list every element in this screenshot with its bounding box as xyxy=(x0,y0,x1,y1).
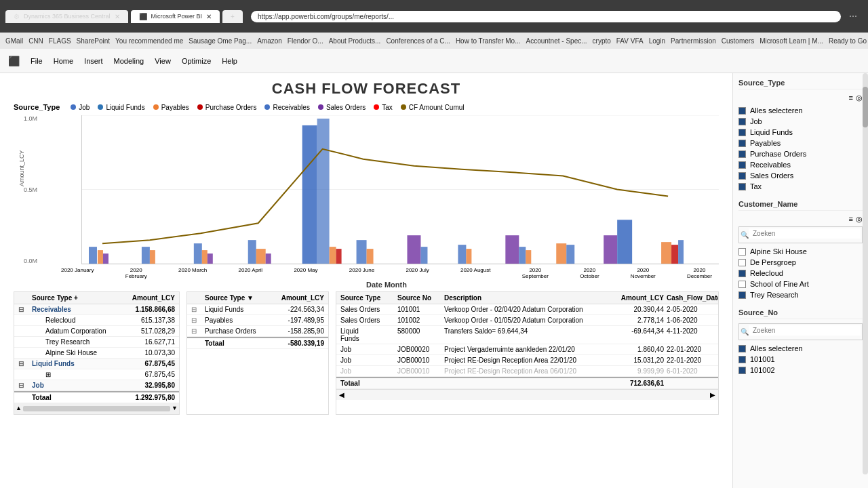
bookmark-ready[interactable]: Ready to Go Online... xyxy=(829,37,868,45)
filter-receivables[interactable]: Receivables xyxy=(738,159,863,170)
detail-row-1[interactable]: Sales Orders 101001 Verkoop Order - 02/0… xyxy=(336,304,718,315)
table1-row-receivables[interactable]: ⊟ Receivables 1.158.866,68 xyxy=(14,304,179,315)
toolbar-optimize[interactable]: Optimize xyxy=(182,57,211,65)
checkbox-tax[interactable] xyxy=(738,183,746,190)
filter-relecloud[interactable]: Relecloud xyxy=(738,268,863,279)
toolbar-insert[interactable]: Insert xyxy=(84,57,103,65)
filter-tax[interactable]: Tax xyxy=(738,181,863,192)
detail-col-date[interactable]: Cash_Flow_Date xyxy=(667,294,714,302)
checkbox-purchase[interactable] xyxy=(738,150,746,158)
detail-row-5[interactable]: Job JOB00010 Project RE-Design Reception… xyxy=(336,355,718,366)
bookmark-sharepoint[interactable]: SharePoint xyxy=(77,37,110,45)
filter-sort-icon[interactable]: ≡ xyxy=(849,94,853,102)
bookmark-conferences[interactable]: Conferences of a C... xyxy=(386,37,450,45)
bookmark-crypto[interactable]: crypto xyxy=(593,37,611,45)
scroll-right-icon[interactable]: ▶ xyxy=(710,391,715,399)
legend-item-purchaseorders[interactable]: Purchase Orders xyxy=(197,104,257,111)
bookmark-amazon[interactable]: Amazon xyxy=(257,37,282,45)
sidebar-scrollbar[interactable] xyxy=(863,73,868,474)
table1-col1-header[interactable] xyxy=(18,294,26,302)
toolbar-view[interactable]: View xyxy=(155,57,171,65)
checkbox-alles-no[interactable] xyxy=(738,345,746,352)
detail-col-amount[interactable]: Amount_LCY xyxy=(610,294,664,302)
bookmark-transfer[interactable]: How to Transfer Mo... xyxy=(456,37,521,45)
checkbox-job[interactable] xyxy=(738,118,746,125)
bookmark-login[interactable]: Login xyxy=(649,37,665,45)
checkbox-school[interactable] xyxy=(738,281,746,288)
detail-scroll-row[interactable]: ◀ ▶ xyxy=(336,389,718,400)
checkbox-alles[interactable] xyxy=(738,107,746,115)
bookmark-accountnet[interactable]: Accountnet - Spec... xyxy=(526,37,587,45)
filter-trey[interactable]: Trey Research xyxy=(738,289,863,300)
table2-row-payables[interactable]: ⊟ Payables -197.489,95 xyxy=(187,315,328,326)
bookmark-flags[interactable]: FLAGS xyxy=(49,37,71,45)
customer-search-input[interactable] xyxy=(749,228,861,239)
chart-container[interactable] xyxy=(81,115,719,264)
detail-col-source[interactable]: Source Type xyxy=(340,294,395,302)
browser-controls[interactable]: ⋯ xyxy=(844,12,863,21)
checkbox-alpine[interactable] xyxy=(738,248,746,256)
tab-powerbi[interactable]: ⬛ Microsoft Power BI ✕ xyxy=(131,10,220,23)
url-bar[interactable]: https://app.powerbi.com/groups/me/report… xyxy=(251,11,841,22)
checkbox-101002[interactable] xyxy=(738,367,746,374)
detail-col-desc[interactable]: Description xyxy=(444,294,607,302)
bookmark-gmail[interactable]: GMail xyxy=(5,37,23,45)
filter-sort-icon2[interactable]: ≡ xyxy=(849,215,853,224)
filter-101001[interactable]: 101001 xyxy=(738,354,863,365)
table2-col1-header[interactable]: Source Type ▼ xyxy=(205,294,258,302)
filter-purchase[interactable]: Purchase Orders xyxy=(738,148,863,159)
tab-new[interactable]: + xyxy=(222,10,243,23)
bookmark-partner[interactable]: Partnermission xyxy=(671,37,716,45)
checkbox-101001[interactable] xyxy=(738,356,746,363)
detail-row-2[interactable]: Sales Orders 101002 Verkoop Order - 01/0… xyxy=(336,315,718,326)
table1-row-liquidfunds[interactable]: ⊟ Liquid Funds 67.875,45 xyxy=(14,359,179,369)
filter-liquid[interactable]: Liquid Funds xyxy=(738,127,863,138)
bookmark-about[interactable]: About Products... xyxy=(329,37,381,45)
filter-payables[interactable]: Payables xyxy=(738,138,863,148)
checkbox-receivables[interactable] xyxy=(738,161,746,169)
checkbox-payables[interactable] xyxy=(738,140,746,147)
detail-row-4[interactable]: Job JOB00020 Project Vergaderruimte aank… xyxy=(336,344,718,355)
toolbar-modeling[interactable]: Modeling xyxy=(114,57,144,65)
detail-col-no[interactable]: Source No xyxy=(397,294,441,302)
table1-row-adatum[interactable]: Adatum Corporation 517.028,29 xyxy=(14,326,179,337)
legend-item-salesorders[interactable]: Sales Orders xyxy=(318,104,366,111)
table2-col2-header[interactable]: Amount_LCY xyxy=(263,294,324,302)
filter-school[interactable]: School of Fine Art xyxy=(738,279,863,289)
table1-amount-header[interactable]: Amount_LCY xyxy=(114,294,175,302)
table1-scroll[interactable]: ▲ ▼ xyxy=(14,403,179,414)
bookmark-customers[interactable]: Customers xyxy=(722,37,754,45)
bookmark-favvfa[interactable]: FAV VFA xyxy=(616,37,644,45)
toolbar-home[interactable]: Home xyxy=(54,57,73,65)
table1-row-job[interactable]: ⊟ Job 32.995,80 xyxy=(14,380,179,391)
filter-persgroep[interactable]: De Persgroep xyxy=(738,257,863,268)
filter-sales[interactable]: Sales Orders xyxy=(738,170,863,181)
checkbox-trey[interactable] xyxy=(738,291,746,299)
tab-dynamics[interactable]: ⚙ Dynamics 365 Business Central ✕ xyxy=(5,10,128,23)
filter-alles[interactable]: Alles selecteren xyxy=(738,105,863,116)
table1-source-header[interactable]: Source Type + xyxy=(32,294,108,302)
legend-item-tax[interactable]: Tax xyxy=(374,104,393,111)
bookmark-recommended[interactable]: You recommended me xyxy=(115,37,183,45)
table1-row-alpine[interactable]: Alpine Ski House 10.073,30 xyxy=(14,348,179,359)
filter-job[interactable]: Job xyxy=(738,116,863,127)
toolbar-file[interactable]: File xyxy=(31,57,43,65)
filter-alles-no[interactable]: Alles selecteren xyxy=(738,343,863,354)
filter-101002[interactable]: 101002 xyxy=(738,365,863,375)
detail-row-3[interactable]: LiquidFunds 580000 Transfers Saldo= 69.6… xyxy=(336,326,718,344)
legend-item-payables[interactable]: Payables xyxy=(153,104,189,111)
table1-row-relecloud[interactable]: Relecloud 615.137,38 xyxy=(14,315,179,326)
bookmark-ms-learn[interactable]: Microsoft Learn | M... xyxy=(760,37,823,45)
toolbar-help[interactable]: Help xyxy=(222,57,237,65)
bookmark-flendor[interactable]: Flendor O... xyxy=(288,37,323,45)
legend-item-liquidfunds[interactable]: Liquid Funds xyxy=(98,104,144,111)
sourceno-search-input[interactable] xyxy=(749,325,861,336)
bookmark-sausage[interactable]: Sausage Ome Pag... xyxy=(189,37,252,45)
filter-alpine[interactable]: Alpine Ski House xyxy=(738,246,863,257)
filter-clear-icon[interactable]: ◎ xyxy=(856,94,863,102)
checkbox-sales[interactable] xyxy=(738,172,746,180)
scroll-left-icon[interactable]: ◀ xyxy=(339,391,344,399)
legend-item-cfamount[interactable]: CF Amount Cumul xyxy=(401,104,465,111)
checkbox-relecloud[interactable] xyxy=(738,270,746,277)
detail-row-6[interactable]: Job JOB00010 Project RE-Design Reception… xyxy=(336,366,718,377)
